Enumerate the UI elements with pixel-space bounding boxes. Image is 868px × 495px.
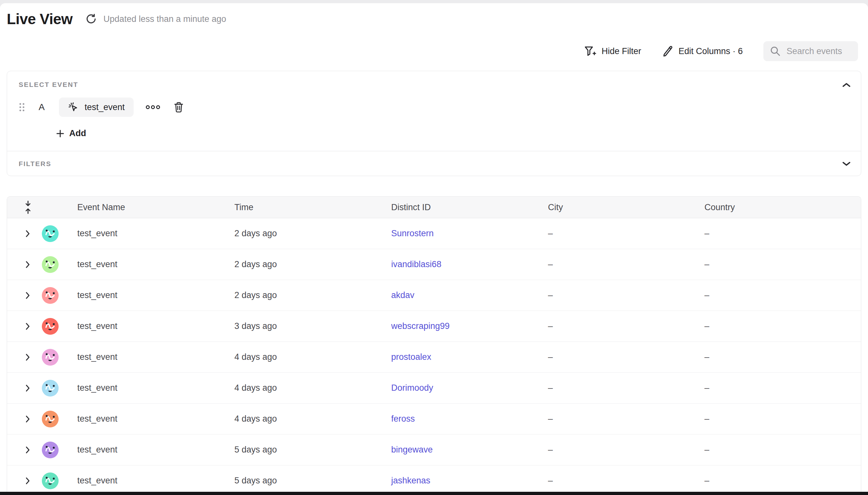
query-panel: SELECT EVENT <box>7 71 861 176</box>
city-cell: – <box>548 383 704 393</box>
avatar <box>42 318 58 335</box>
distinct-id-link[interactable]: Dorimoody <box>391 383 433 393</box>
refresh-button[interactable] <box>85 13 98 25</box>
city-cell: – <box>548 321 704 331</box>
chevron-right-icon[interactable] <box>25 229 30 238</box>
event-name-cell: test_event <box>77 259 234 269</box>
pencil-icon <box>662 45 673 57</box>
updated-status: Updated less than a minute ago <box>103 14 226 24</box>
avatar <box>42 349 58 365</box>
search-events-input[interactable] <box>786 46 851 56</box>
event-selector-button[interactable]: test_event <box>59 98 134 117</box>
avatar <box>42 380 58 396</box>
avatar <box>42 256 58 273</box>
chevron-down-icon[interactable] <box>841 161 851 167</box>
distinct-id-link[interactable]: Sunrostern <box>391 228 434 238</box>
event-name-cell: test_event <box>77 383 234 393</box>
filter-plus-icon <box>583 45 596 57</box>
chevron-right-icon[interactable] <box>25 291 30 300</box>
table-row[interactable]: test_event 4 days ago Dorimoody – – <box>7 373 861 404</box>
event-query-row: A test_event <box>19 97 849 118</box>
chevron-right-icon[interactable] <box>25 477 30 485</box>
time-cell: 5 days ago <box>234 476 391 486</box>
distinct-id-link[interactable]: jashkenas <box>391 476 430 485</box>
row-lead-cell <box>7 225 77 242</box>
collapse-all-button[interactable] <box>7 201 77 214</box>
live-view-page: Live View Updated less than a minute ago <box>0 0 868 495</box>
page-title: Live View <box>7 10 72 28</box>
column-header-distinct-id[interactable]: Distinct ID <box>391 202 548 212</box>
country-cell: – <box>704 321 861 331</box>
time-cell: 2 days ago <box>234 290 391 300</box>
select-event-label: SELECT EVENT <box>19 71 849 88</box>
time-cell: 3 days ago <box>234 321 391 331</box>
trash-icon[interactable] <box>173 101 184 113</box>
chevron-right-icon[interactable] <box>25 322 30 330</box>
distinct-id-link[interactable]: prostoalex <box>391 352 431 362</box>
drag-handle-icon[interactable] <box>19 102 25 112</box>
country-cell: – <box>704 352 861 362</box>
distinct-id-link[interactable]: feross <box>391 414 415 424</box>
search-events-box[interactable] <box>763 41 858 61</box>
distinct-id-link[interactable]: ivandiblasi68 <box>391 259 441 269</box>
add-event-button[interactable]: Add <box>56 129 98 138</box>
table-row[interactable]: test_event 3 days ago webscraping99 – – <box>7 311 861 342</box>
avatar <box>42 473 58 489</box>
plus-icon <box>56 129 65 138</box>
cursor-click-icon <box>68 102 79 113</box>
city-cell: – <box>548 228 704 238</box>
event-name-cell: test_event <box>77 290 234 300</box>
event-name-cell: test_event <box>77 321 234 331</box>
country-cell: – <box>704 445 861 455</box>
bottom-edge-bar <box>0 492 868 495</box>
event-name-cell: test_event <box>77 228 234 238</box>
add-label: Add <box>69 129 86 138</box>
row-lead-cell <box>7 318 77 335</box>
filters-section[interactable]: FILTERS <box>7 151 861 176</box>
column-header-country[interactable]: Country <box>704 202 861 212</box>
chevron-right-icon[interactable] <box>25 260 30 269</box>
collapse-vertical-icon <box>24 201 32 214</box>
table-row[interactable]: test_event 4 days ago prostoalex – – <box>7 342 861 373</box>
hide-filter-button[interactable]: Hide Filter <box>583 45 641 57</box>
chevron-right-icon[interactable] <box>25 384 30 392</box>
table-row[interactable]: test_event 5 days ago bingewave – – <box>7 434 861 465</box>
chevron-right-icon[interactable] <box>25 353 30 361</box>
selected-event-name: test_event <box>85 102 125 112</box>
row-lead-cell <box>7 287 77 304</box>
column-header-event-name[interactable]: Event Name <box>77 202 234 212</box>
column-header-time[interactable]: Time <box>234 202 391 212</box>
table-row[interactable]: test_event 2 days ago ivandiblasi68 – – <box>7 249 861 280</box>
filters-label: FILTERS <box>19 160 51 168</box>
time-cell: 2 days ago <box>234 228 391 238</box>
event-name-cell: test_event <box>77 414 234 424</box>
more-options-icon[interactable] <box>145 105 161 110</box>
distinct-id-link[interactable]: bingewave <box>391 445 433 455</box>
city-cell: – <box>548 352 704 362</box>
distinct-id-link[interactable]: webscraping99 <box>391 321 450 331</box>
table-row[interactable]: test_event 4 days ago feross – – <box>7 404 861 434</box>
country-cell: – <box>704 259 861 269</box>
country-cell: – <box>704 383 861 393</box>
title-row: Live View Updated less than a minute ago <box>7 10 226 28</box>
chevron-right-icon[interactable] <box>25 415 30 423</box>
chevron-right-icon[interactable] <box>25 446 30 454</box>
table-row[interactable]: test_event 2 days ago akdav – – <box>7 280 861 311</box>
country-cell: – <box>704 228 861 238</box>
table-row[interactable]: test_event 5 days ago jashkenas – – <box>7 465 861 495</box>
time-cell: 4 days ago <box>234 352 391 362</box>
refresh-icon <box>85 13 97 25</box>
city-cell: – <box>548 259 704 269</box>
avatar <box>42 287 58 304</box>
avatar <box>42 411 58 427</box>
main-content: Live View Updated less than a minute ago <box>0 3 868 495</box>
city-cell: – <box>548 414 704 424</box>
time-cell: 5 days ago <box>234 445 391 455</box>
collapse-section-button[interactable] <box>841 82 851 88</box>
distinct-id-link[interactable]: akdav <box>391 290 414 300</box>
table-row[interactable]: test_event 2 days ago Sunrostern – – <box>7 218 861 249</box>
column-header-city[interactable]: City <box>548 202 704 212</box>
city-cell: – <box>548 445 704 455</box>
edit-columns-button[interactable]: Edit Columns · 6 <box>662 45 743 57</box>
table-body: test_event 2 days ago Sunrostern – – <box>7 218 861 495</box>
